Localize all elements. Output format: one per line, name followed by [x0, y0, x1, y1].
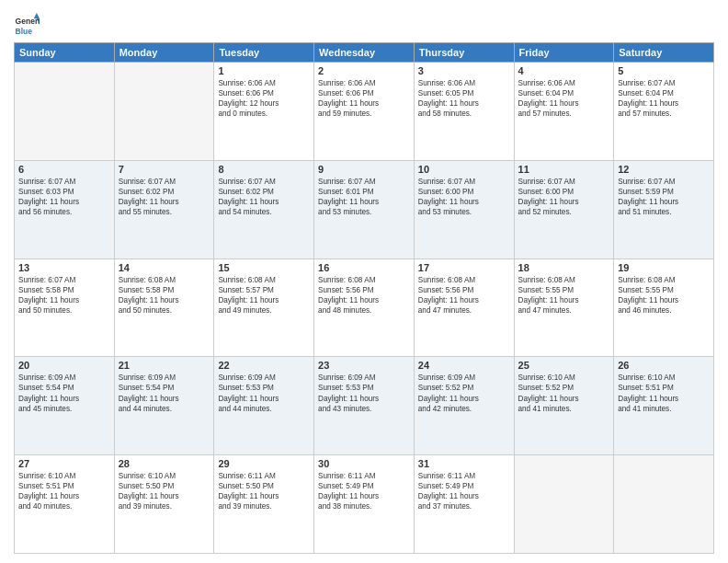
day-info: Sunrise: 6:08 AM Sunset: 5:55 PM Dayligh… — [618, 275, 710, 316]
calendar-day-cell — [614, 455, 714, 554]
day-number: 13 — [18, 262, 110, 273]
day-info: Sunrise: 6:08 AM Sunset: 5:57 PM Dayligh… — [218, 275, 310, 316]
day-number: 20 — [18, 360, 110, 371]
day-info: Sunrise: 6:07 AM Sunset: 5:58 PM Dayligh… — [18, 275, 110, 316]
calendar-day-cell: 9Sunrise: 6:07 AM Sunset: 6:01 PM Daylig… — [314, 160, 415, 259]
day-info: Sunrise: 6:10 AM Sunset: 5:52 PM Dayligh… — [518, 373, 610, 413]
day-number: 25 — [518, 360, 610, 371]
day-number: 7 — [119, 164, 210, 175]
day-info: Sunrise: 6:07 AM Sunset: 6:04 PM Dayligh… — [618, 78, 710, 119]
day-info: Sunrise: 6:11 AM Sunset: 5:50 PM Dayligh… — [218, 471, 310, 511]
calendar-header-saturday: Saturday — [614, 43, 714, 63]
calendar-week-row: 1Sunrise: 6:06 AM Sunset: 6:06 PM Daylig… — [15, 63, 714, 161]
day-number: 18 — [518, 262, 610, 273]
day-info: Sunrise: 6:07 AM Sunset: 6:00 PM Dayligh… — [418, 177, 510, 217]
calendar-day-cell — [15, 63, 115, 161]
calendar-day-cell: 2Sunrise: 6:06 AM Sunset: 6:06 PM Daylig… — [314, 63, 415, 161]
calendar-header-wednesday: Wednesday — [314, 43, 415, 63]
day-info: Sunrise: 6:09 AM Sunset: 5:54 PM Dayligh… — [119, 373, 210, 413]
calendar-day-cell: 4Sunrise: 6:06 AM Sunset: 6:04 PM Daylig… — [514, 63, 614, 161]
day-info: Sunrise: 6:06 AM Sunset: 6:06 PM Dayligh… — [318, 78, 410, 119]
calendar-day-cell — [514, 455, 614, 554]
logo-icon: General Blue — [14, 13, 40, 39]
calendar-day-cell: 23Sunrise: 6:09 AM Sunset: 5:53 PM Dayli… — [314, 357, 415, 455]
day-number: 30 — [318, 458, 410, 469]
logo: General Blue — [14, 13, 43, 39]
calendar-day-cell: 3Sunrise: 6:06 AM Sunset: 6:05 PM Daylig… — [414, 63, 514, 161]
day-info: Sunrise: 6:08 AM Sunset: 5:55 PM Dayligh… — [518, 275, 610, 316]
calendar-day-cell: 20Sunrise: 6:09 AM Sunset: 5:54 PM Dayli… — [15, 357, 115, 455]
calendar-day-cell: 27Sunrise: 6:10 AM Sunset: 5:51 PM Dayli… — [15, 455, 115, 554]
day-number: 16 — [318, 262, 410, 273]
day-number: 2 — [318, 65, 410, 76]
calendar-day-cell: 17Sunrise: 6:08 AM Sunset: 5:56 PM Dayli… — [414, 259, 514, 357]
calendar-day-cell: 14Sunrise: 6:08 AM Sunset: 5:58 PM Dayli… — [114, 259, 214, 357]
day-number: 3 — [418, 65, 510, 76]
calendar-week-row: 13Sunrise: 6:07 AM Sunset: 5:58 PM Dayli… — [15, 259, 714, 357]
calendar-header-sunday: Sunday — [15, 43, 115, 63]
calendar-week-row: 20Sunrise: 6:09 AM Sunset: 5:54 PM Dayli… — [15, 357, 714, 455]
calendar-day-cell: 11Sunrise: 6:07 AM Sunset: 6:00 PM Dayli… — [514, 160, 614, 259]
calendar-day-cell: 28Sunrise: 6:10 AM Sunset: 5:50 PM Dayli… — [114, 455, 214, 554]
day-info: Sunrise: 6:07 AM Sunset: 6:01 PM Dayligh… — [318, 177, 410, 217]
day-info: Sunrise: 6:09 AM Sunset: 5:52 PM Dayligh… — [418, 373, 510, 413]
day-number: 31 — [418, 458, 510, 469]
calendar-day-cell: 19Sunrise: 6:08 AM Sunset: 5:55 PM Dayli… — [614, 259, 714, 357]
day-number: 11 — [518, 164, 610, 175]
day-info: Sunrise: 6:10 AM Sunset: 5:50 PM Dayligh… — [119, 471, 210, 511]
day-info: Sunrise: 6:08 AM Sunset: 5:58 PM Dayligh… — [119, 275, 210, 316]
day-number: 27 — [18, 458, 110, 469]
day-number: 6 — [18, 164, 110, 175]
page-header: General Blue — [14, 9, 714, 39]
day-info: Sunrise: 6:07 AM Sunset: 6:02 PM Dayligh… — [119, 177, 210, 217]
calendar-day-cell: 29Sunrise: 6:11 AM Sunset: 5:50 PM Dayli… — [214, 455, 314, 554]
day-number: 4 — [518, 65, 610, 76]
calendar-day-cell: 26Sunrise: 6:10 AM Sunset: 5:51 PM Dayli… — [614, 357, 714, 455]
day-info: Sunrise: 6:07 AM Sunset: 6:02 PM Dayligh… — [218, 177, 310, 217]
day-number: 23 — [318, 360, 410, 371]
calendar-day-cell: 8Sunrise: 6:07 AM Sunset: 6:02 PM Daylig… — [214, 160, 314, 259]
calendar-header-row: SundayMondayTuesdayWednesdayThursdayFrid… — [15, 43, 714, 63]
day-info: Sunrise: 6:06 AM Sunset: 6:04 PM Dayligh… — [518, 78, 610, 119]
calendar-header-monday: Monday — [114, 43, 214, 63]
calendar-week-row: 27Sunrise: 6:10 AM Sunset: 5:51 PM Dayli… — [15, 455, 714, 554]
day-number: 19 — [618, 262, 710, 273]
day-info: Sunrise: 6:09 AM Sunset: 5:53 PM Dayligh… — [318, 373, 410, 413]
calendar-day-cell: 7Sunrise: 6:07 AM Sunset: 6:02 PM Daylig… — [114, 160, 214, 259]
day-info: Sunrise: 6:10 AM Sunset: 5:51 PM Dayligh… — [618, 373, 710, 413]
day-number: 1 — [218, 65, 310, 76]
day-info: Sunrise: 6:06 AM Sunset: 6:06 PM Dayligh… — [218, 78, 310, 119]
day-info: Sunrise: 6:10 AM Sunset: 5:51 PM Dayligh… — [18, 471, 110, 511]
calendar-day-cell: 18Sunrise: 6:08 AM Sunset: 5:55 PM Dayli… — [514, 259, 614, 357]
day-number: 28 — [119, 458, 210, 469]
calendar-table: SundayMondayTuesdayWednesdayThursdayFrid… — [14, 42, 714, 554]
day-number: 14 — [119, 262, 210, 273]
day-number: 10 — [418, 164, 510, 175]
day-number: 24 — [418, 360, 510, 371]
calendar-day-cell: 13Sunrise: 6:07 AM Sunset: 5:58 PM Dayli… — [15, 259, 115, 357]
calendar-day-cell: 24Sunrise: 6:09 AM Sunset: 5:52 PM Dayli… — [414, 357, 514, 455]
day-info: Sunrise: 6:07 AM Sunset: 5:59 PM Dayligh… — [618, 177, 710, 217]
day-number: 15 — [218, 262, 310, 273]
calendar-day-cell: 12Sunrise: 6:07 AM Sunset: 5:59 PM Dayli… — [614, 160, 714, 259]
calendar-day-cell: 22Sunrise: 6:09 AM Sunset: 5:53 PM Dayli… — [214, 357, 314, 455]
day-info: Sunrise: 6:08 AM Sunset: 5:56 PM Dayligh… — [418, 275, 510, 316]
calendar-day-cell: 5Sunrise: 6:07 AM Sunset: 6:04 PM Daylig… — [614, 63, 714, 161]
calendar-header-tuesday: Tuesday — [214, 43, 314, 63]
calendar-day-cell: 15Sunrise: 6:08 AM Sunset: 5:57 PM Dayli… — [214, 259, 314, 357]
day-info: Sunrise: 6:06 AM Sunset: 6:05 PM Dayligh… — [418, 78, 510, 119]
day-info: Sunrise: 6:09 AM Sunset: 5:53 PM Dayligh… — [218, 373, 310, 413]
day-number: 17 — [418, 262, 510, 273]
day-info: Sunrise: 6:09 AM Sunset: 5:54 PM Dayligh… — [18, 373, 110, 413]
day-number: 9 — [318, 164, 410, 175]
calendar-day-cell: 30Sunrise: 6:11 AM Sunset: 5:49 PM Dayli… — [314, 455, 415, 554]
day-number: 21 — [119, 360, 210, 371]
day-number: 22 — [218, 360, 310, 371]
day-info: Sunrise: 6:11 AM Sunset: 5:49 PM Dayligh… — [418, 471, 510, 511]
day-number: 26 — [618, 360, 710, 371]
day-info: Sunrise: 6:07 AM Sunset: 6:03 PM Dayligh… — [18, 177, 110, 217]
calendar-day-cell: 25Sunrise: 6:10 AM Sunset: 5:52 PM Dayli… — [514, 357, 614, 455]
calendar-day-cell: 31Sunrise: 6:11 AM Sunset: 5:49 PM Dayli… — [414, 455, 514, 554]
calendar-day-cell: 16Sunrise: 6:08 AM Sunset: 5:56 PM Dayli… — [314, 259, 415, 357]
day-number: 29 — [218, 458, 310, 469]
